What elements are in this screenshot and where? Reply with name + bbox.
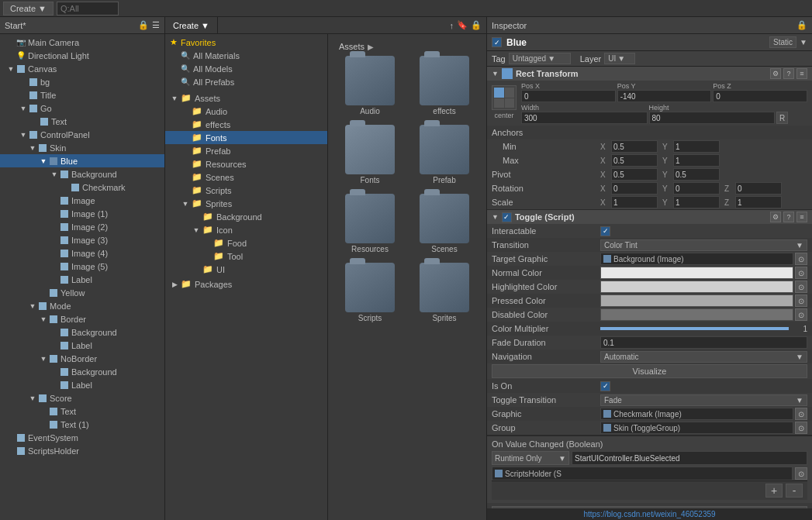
navigation-dropdown[interactable]: Automatic ▼ [600,351,807,363]
create-button-1[interactable]: Create ▼ [3,2,54,15]
tree-item-border-bg[interactable]: Background [0,325,164,339]
visualize-button[interactable]: Visualize [492,364,807,378]
tree-item-directional-light[interactable]: 💡 Directional Light [0,49,164,62]
scale-z-input[interactable] [735,196,782,208]
folder-sprites[interactable]: Sprites [409,260,480,325]
tree-item-label-blue[interactable]: Label [0,273,164,286]
collapse-arrow[interactable]: ▼ [492,70,499,77]
tree-item-canvas[interactable]: ▼ Canvas [0,62,164,75]
normal-color-btn[interactable]: ⊙ [795,267,807,279]
tree-item-eventsystem[interactable]: EventSystem [0,431,164,444]
pos-z-input[interactable] [713,90,807,102]
r-button[interactable]: R [776,112,788,124]
pressed-color-btn[interactable]: ⊙ [795,294,807,307]
is-on-checkbox[interactable]: ✓ [600,381,610,391]
layer-dropdown[interactable]: UI ▼ [604,53,635,64]
slider-track[interactable] [600,327,789,330]
folder-effects[interactable]: effects [409,53,480,119]
tree-item-image2[interactable]: Image (2) [0,220,164,233]
fade-duration-input[interactable] [600,336,807,349]
event-function-input[interactable] [572,451,807,465]
group-ref[interactable]: Skin (ToggleGroup) [600,422,793,434]
rot-y-input[interactable] [673,182,720,195]
height-input[interactable] [649,112,776,124]
pos-x-input[interactable] [521,90,616,102]
tree-item-background[interactable]: ▼ Background [0,167,164,181]
scripts-holder-ref[interactable]: ScriptsHolder (S [492,467,793,480]
packages-item[interactable]: ▶ 📁 Packages [165,277,327,291]
toggle-info-icon[interactable]: ? [783,212,794,222]
scripts-tree-item[interactable]: 📁 Scripts [165,184,327,197]
runtime-dropdown[interactable]: Runtime Only ▼ [492,451,569,465]
tree-item-go[interactable]: ▼ Go [0,102,164,115]
tree-item-skin[interactable]: ▼ Skin [0,141,164,154]
audio-tree-item[interactable]: 📁 Audio [165,105,327,118]
rect-menu-icon[interactable]: ≡ [796,68,807,79]
graphic-ref[interactable]: Checkmark (Image) [600,408,793,420]
resources-tree-item[interactable]: 📁 Resources [165,157,327,170]
tree-item-bg[interactable]: bg [0,75,164,88]
pos-y-input[interactable] [617,90,712,102]
group-obj-btn[interactable]: ⊙ [795,422,807,434]
all-materials-item[interactable]: 🔍 All Materials [165,49,327,62]
tree-item-text-go[interactable]: Text [0,115,164,128]
effects-tree-item[interactable]: 📁 effects [165,118,327,131]
remove-event-button[interactable]: - [786,484,803,498]
tree-item-image5[interactable]: Image (5) [0,260,164,273]
tree-item-image[interactable]: Image [0,194,164,207]
prefab-tree-item[interactable]: 📁 Prefab [165,144,327,157]
disabled-color-swatch[interactable] [600,308,793,321]
graphic-obj-btn[interactable]: ⊙ [795,408,807,420]
object-enabled-checkbox[interactable]: ✓ [492,37,502,47]
icon-food-item[interactable]: 📁 Food [165,236,327,250]
tree-item-blue[interactable]: ▼ Blue [0,154,164,167]
tree-item-yellow[interactable]: Yellow [0,286,164,299]
toggle-transition-dropdown[interactable]: Fade ▼ [600,394,807,406]
tree-item-image3[interactable]: Image (3) [0,233,164,246]
scale-x-input[interactable] [611,196,658,208]
scale-y-input[interactable] [673,196,720,208]
settings-icon[interactable]: ⚙ [770,68,781,79]
fonts-tree-item[interactable]: 📁 Fonts [165,131,327,144]
tree-item-border-label[interactable]: Label [0,339,164,352]
folder-resources[interactable]: Resources [334,191,406,257]
tree-item-scriptsholder[interactable]: ScriptsHolder [0,444,164,457]
tree-item-score-text1[interactable]: Text (1) [0,418,164,431]
toggle-settings-icon[interactable]: ⚙ [770,212,781,222]
rect-info-icon[interactable]: ? [783,68,794,79]
target-graphic-ref[interactable]: Background (Image) [600,253,793,265]
min-x-input[interactable] [611,140,658,153]
sprites-icon-item[interactable]: ▼ 📁 Icon [165,223,327,236]
scenes-tree-item[interactable]: 📁 Scenes [165,170,327,184]
add-event-button[interactable]: + [765,484,783,498]
tree-item-image1[interactable]: Image (1) [0,207,164,220]
collapse-arrow-toggle[interactable]: ▼ [492,213,499,221]
tree-item-main-camera[interactable]: 📷 Main Camera [0,36,164,49]
tree-item-score-text[interactable]: Text [0,405,164,418]
icon-tool-item[interactable]: 📁 Tool [165,250,327,263]
toggle-enabled-checkbox[interactable]: ✓ [502,212,512,222]
width-input[interactable] [521,112,648,124]
transition-dropdown[interactable]: Color Tint ▼ [600,239,807,251]
tree-item-checkmark[interactable]: Checkmark [0,181,164,194]
all-prefabs-item[interactable]: 🔍 All Prefabs [165,75,327,88]
tree-item-noborder-bg[interactable]: Background [0,365,164,378]
max-y-input[interactable] [673,154,720,167]
rot-z-input[interactable] [735,182,782,195]
highlighted-color-btn[interactable]: ⊙ [795,281,807,293]
normal-color-swatch[interactable] [600,267,793,279]
folder-fonts[interactable]: Fonts [334,122,406,188]
folder-scenes[interactable]: Scenes [409,191,480,257]
pivot-x-input[interactable] [611,168,658,181]
rot-x-input[interactable] [611,182,658,195]
folder-scripts[interactable]: Scripts [334,260,406,325]
tab-create-project[interactable]: Create ▼ [165,17,218,33]
highlighted-color-swatch[interactable] [600,281,793,293]
sprites-background-item[interactable]: 📁 Background [165,210,327,223]
folder-audio[interactable]: Audio [334,53,406,119]
min-y-input[interactable] [673,140,720,153]
target-graphic-obj-btn[interactable]: ⊙ [795,253,807,265]
max-x-input[interactable] [611,154,658,167]
tree-item-noborder-label[interactable]: Label [0,378,164,391]
assets-tree-root[interactable]: ▼ 📁 Assets [165,91,327,105]
